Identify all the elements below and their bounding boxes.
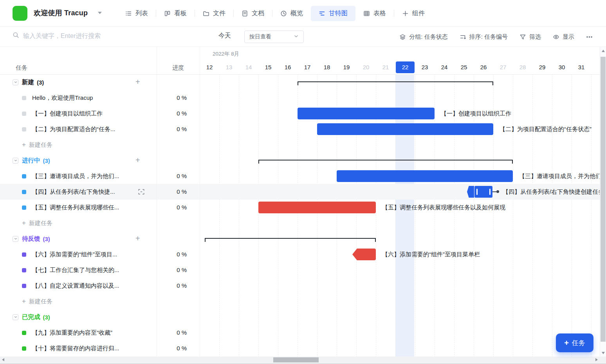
add-task-row[interactable]: +新建任务 [0,215,200,231]
progress-value: 0 % [157,325,200,341]
task-label: 【八】自定义设置通知内容以及... [32,282,119,290]
search-icon [13,32,19,40]
scroll-left-arrow[interactable] [2,358,4,361]
gantt-day-label: 14 [239,61,258,73]
task-row[interactable]: 【五】调整任务列表展现哪些任... 0 % [0,200,200,215]
expand-icon[interactable] [138,188,145,195]
progress-value: 0 % [157,168,200,184]
nav-tab-8[interactable]: 组件 [394,6,433,21]
vertical-scrollbar[interactable] [600,47,606,357]
add-task-row[interactable]: +新建任务 [0,137,200,153]
toolbar-action[interactable]: 筛选 [519,33,541,41]
vertical-scroll-thumb[interactable] [601,57,606,342]
top-nav: 欢迎使用 Tracup 列表 看板 文件 文档 概览 甘特图 表格 组件 [0,0,606,27]
horizontal-scrollbar[interactable] [0,357,600,363]
task-row[interactable]: 【十】将需要留存的内容进行归... 0 % [0,341,200,356]
gantt-icon [319,10,325,17]
group-add-button[interactable]: + [135,74,140,90]
nav-tab-4[interactable]: 文档 [234,6,272,21]
task-label: 【九】添加重要的内容至“收藏” [32,329,112,337]
status-swatch [22,112,26,116]
gantt-bar[interactable] [298,108,435,119]
task-list: 新建 (3) + Hello，欢迎使用Tracup 0 % 【一】创建项目以组织… [0,74,200,356]
scroll-down-arrow[interactable] [602,352,605,354]
nav-tabs: 列表 看板 文件 文档 概览 甘特图 表格 组件 [117,0,433,27]
add-task-label: 新建任务 [29,220,52,227]
folder-icon [203,10,209,17]
collapse-icon[interactable] [13,236,18,242]
task-row[interactable]: 【二】为项目配置适合的“任务... 0 % [0,121,200,137]
toolbar-action[interactable]: 分组: 任务状态 [399,33,447,41]
task-row[interactable]: 【八】自定义设置通知内容以及... 0 % [0,278,200,294]
status-swatch [22,346,26,351]
nav-tab-7[interactable]: 表格 [355,6,394,21]
gantt-bar-label: 【三】邀请项目成员，并为他们分配任务 [519,168,600,184]
gantt-bar[interactable] [258,202,376,213]
toolbar-action[interactable]: 排序: 任务编号 [460,33,508,41]
project-title[interactable]: 欢迎使用 Tracup [34,8,88,18]
group-header-row: 新建 (3) + [0,74,200,90]
gantt-grid-line [278,74,278,357]
collapse-icon[interactable] [13,314,18,320]
nav-tab-2[interactable]: 看板 [156,6,195,21]
scroll-right-arrow[interactable] [595,358,598,361]
resize-handle-left[interactable] [476,189,478,195]
collapse-icon[interactable] [13,79,18,85]
gantt-bar[interactable] [337,170,513,182]
gantt-grid-line [435,74,435,357]
nav-tab-3[interactable]: 文件 [195,6,233,21]
status-swatch [22,96,26,100]
gantt-day-label: 16 [278,61,298,73]
resize-handle-right[interactable] [489,189,491,195]
view-mode-select[interactable]: 按日查看 [244,31,304,43]
gantt-bar[interactable] [317,123,493,135]
eye-icon [553,34,559,40]
task-row[interactable]: 【三】邀请项目成员，并为他们... 0 % [0,168,200,184]
gantt-bar-label: 【五】调整任务列表展现哪些任务以及如何展现 [382,200,505,215]
group-count: (3) [43,236,50,242]
dependency-link-dot[interactable] [496,190,499,193]
today-button[interactable]: 今天 [218,32,231,40]
group-add-button[interactable]: + [135,231,140,247]
status-swatch [22,284,26,288]
column-divider [157,47,157,357]
scroll-up-arrow[interactable] [602,50,605,52]
gantt-grid-line [591,74,592,357]
search-input[interactable] [23,32,172,40]
toolbar-action[interactable] [586,34,593,40]
nav-tab-6[interactable]: 甘特图 [311,6,355,21]
chevron-down-icon [294,34,299,40]
task-row[interactable]: 【七】工作台汇集了与您相关的... 0 % [0,262,200,278]
gantt-grid-line [513,74,513,357]
progress-value: 0 % [157,184,200,200]
progress-value: 0 % [157,247,200,262]
task-row[interactable]: 【九】添加重要的内容至“收藏” 0 % [0,325,200,341]
nav-tab-1[interactable]: 列表 [117,6,156,21]
task-label: 【三】邀请项目成员，并为他们... [32,173,119,180]
gantt-bar-selected[interactable] [474,186,492,198]
gantt-bar-flag[interactable] [352,249,376,260]
horizontal-scroll-thumb[interactable] [273,357,319,362]
task-row[interactable]: 【一】创建项目以组织工作 0 % [0,106,200,121]
group-count: (3) [43,314,50,321]
progress-column-header: 进度 [157,64,200,72]
status-swatch [22,252,26,257]
task-row[interactable]: 【四】从任务列表/右下角快捷... 0 % [0,184,200,200]
chevron-down-icon[interactable] [98,12,102,14]
gantt-day-label: 29 [532,61,552,73]
gantt-day-label: 31 [572,61,591,73]
column-divider [200,47,200,357]
task-row[interactable]: Hello，欢迎使用Tracup 0 % [0,90,200,106]
plus-icon: + [22,297,26,305]
group-count: (3) [43,157,50,164]
nav-tab-5[interactable]: 概览 [272,6,311,21]
create-task-fab[interactable]: + 任务 [556,333,593,352]
collapse-icon[interactable] [13,158,18,164]
toolbar-action[interactable]: 显示 [553,33,574,41]
group-add-button[interactable]: + [135,153,140,168]
project-logo[interactable] [13,6,27,21]
gantt-grid-line [532,74,533,357]
task-row[interactable]: 【六】添加需要的“组件”至项目... 0 % [0,247,200,262]
toolbar-actions: 分组: 任务状态 排序: 任务编号 筛选 显示 [399,27,593,47]
add-task-row[interactable]: +新建任务 [0,294,200,309]
